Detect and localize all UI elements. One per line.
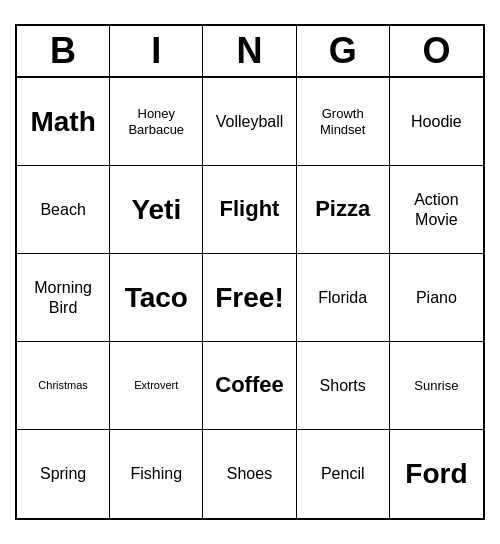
- bingo-grid: MathHoney BarbacueVolleyballGrowth Minds…: [17, 78, 483, 518]
- cell-text: Hoodie: [411, 112, 462, 131]
- cell-text: Spring: [40, 464, 86, 483]
- bingo-cell: Spring: [17, 430, 110, 518]
- bingo-cell: Christmas: [17, 342, 110, 430]
- cell-text: Coffee: [215, 372, 283, 398]
- bingo-cell: Morning Bird: [17, 254, 110, 342]
- cell-text: Action Movie: [394, 190, 479, 228]
- bingo-cell: Yeti: [110, 166, 203, 254]
- bingo-cell: Ford: [390, 430, 483, 518]
- header-letter: I: [110, 26, 203, 76]
- bingo-cell: Growth Mindset: [297, 78, 390, 166]
- header-letter: O: [390, 26, 483, 76]
- cell-text: Free!: [215, 281, 283, 315]
- cell-text: Yeti: [131, 193, 181, 227]
- bingo-cell: Pencil: [297, 430, 390, 518]
- bingo-cell: Extrovert: [110, 342, 203, 430]
- cell-text: Extrovert: [134, 379, 178, 392]
- cell-text: Growth Mindset: [301, 106, 385, 137]
- bingo-header: BINGO: [17, 26, 483, 78]
- bingo-cell: Shorts: [297, 342, 390, 430]
- cell-text: Math: [30, 105, 95, 139]
- cell-text: Piano: [416, 288, 457, 307]
- bingo-cell: Coffee: [203, 342, 296, 430]
- cell-text: Ford: [405, 457, 467, 491]
- cell-text: Honey Barbacue: [114, 106, 198, 137]
- bingo-cell: Sunrise: [390, 342, 483, 430]
- bingo-card: BINGO MathHoney BarbacueVolleyballGrowth…: [15, 24, 485, 520]
- cell-text: Shoes: [227, 464, 272, 483]
- bingo-cell: Math: [17, 78, 110, 166]
- cell-text: Volleyball: [216, 112, 284, 131]
- bingo-cell: Shoes: [203, 430, 296, 518]
- bingo-cell: Piano: [390, 254, 483, 342]
- cell-text: Sunrise: [414, 378, 458, 394]
- cell-text: Morning Bird: [21, 278, 105, 316]
- cell-text: Flight: [220, 196, 280, 222]
- cell-text: Christmas: [38, 379, 88, 392]
- cell-text: Pencil: [321, 464, 365, 483]
- bingo-cell: Flight: [203, 166, 296, 254]
- cell-text: Taco: [125, 281, 188, 315]
- bingo-cell: Beach: [17, 166, 110, 254]
- bingo-cell: Hoodie: [390, 78, 483, 166]
- bingo-cell: Florida: [297, 254, 390, 342]
- bingo-cell: Volleyball: [203, 78, 296, 166]
- cell-text: Shorts: [320, 376, 366, 395]
- cell-text: Fishing: [131, 464, 183, 483]
- header-letter: G: [297, 26, 390, 76]
- header-letter: B: [17, 26, 110, 76]
- cell-text: Beach: [40, 200, 85, 219]
- cell-text: Florida: [318, 288, 367, 307]
- cell-text: Pizza: [315, 196, 370, 222]
- bingo-cell: Honey Barbacue: [110, 78, 203, 166]
- bingo-cell: Pizza: [297, 166, 390, 254]
- bingo-cell: Free!: [203, 254, 296, 342]
- header-letter: N: [203, 26, 296, 76]
- bingo-cell: Taco: [110, 254, 203, 342]
- bingo-cell: Fishing: [110, 430, 203, 518]
- bingo-cell: Action Movie: [390, 166, 483, 254]
